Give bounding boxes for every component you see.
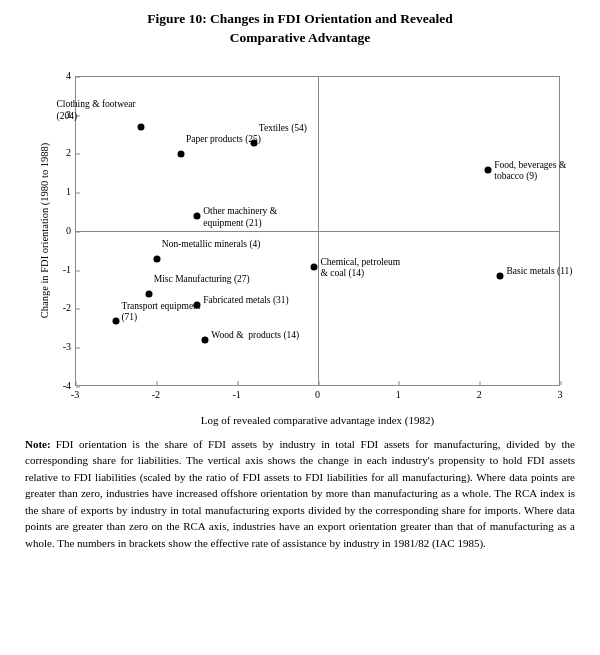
data-point xyxy=(145,290,152,297)
point-label: Non-metallic minerals (4) xyxy=(162,239,261,250)
y-tick-label: 4 xyxy=(53,70,71,81)
note-label: Note: xyxy=(25,436,51,453)
data-point xyxy=(202,337,209,344)
note-text: FDI orientation is the share of FDI asse… xyxy=(25,438,575,549)
y-axis-line xyxy=(318,77,319,385)
data-point xyxy=(194,213,201,220)
data-point xyxy=(113,317,120,324)
point-label: Chemical, petroleum & coal (14) xyxy=(320,257,400,280)
y-tick-label: 2 xyxy=(53,147,71,158)
data-point xyxy=(485,166,492,173)
point-label: Other machinery & equipment (21) xyxy=(203,206,277,229)
x-tick-label: -2 xyxy=(148,389,164,400)
y-tick-label: 3 xyxy=(53,109,71,120)
data-point xyxy=(153,255,160,262)
chart-area: Change in FDI orientation (1980 to 1988)… xyxy=(20,56,580,426)
y-tick-label: -3 xyxy=(53,341,71,352)
point-label: Transport equipment (71) xyxy=(121,301,200,324)
y-tick-label: -1 xyxy=(53,264,71,275)
data-point xyxy=(311,263,318,270)
note-section: Note: FDI orientation is the share of FD… xyxy=(20,436,580,552)
point-label: Wood & products (14) xyxy=(211,330,299,341)
point-label: Fabricated metals (31) xyxy=(203,295,288,306)
point-label: Basic metals (11) xyxy=(506,266,572,277)
chart-inner: Clothing & footwear (204)Textiles (54)Pa… xyxy=(75,76,560,386)
y-tick-label: 0 xyxy=(53,225,71,236)
data-point xyxy=(497,273,504,280)
data-point xyxy=(137,124,144,131)
x-tick-label: -1 xyxy=(229,389,245,400)
y-tick-label: -2 xyxy=(53,302,71,313)
x-tick-label: -3 xyxy=(67,389,83,400)
x-tick-label: 1 xyxy=(390,389,406,400)
x-axis-label: Log of revealed comparative advantage in… xyxy=(75,414,560,426)
x-tick-label: 2 xyxy=(471,389,487,400)
point-label: Paper products (25) xyxy=(186,134,261,145)
figure-title: Figure 10: Changes in FDI Orientation an… xyxy=(20,10,580,48)
x-tick-label: 3 xyxy=(552,389,568,400)
y-tick-label: 1 xyxy=(53,186,71,197)
x-tick-label: 0 xyxy=(310,389,326,400)
point-label: Misc Manufacturing (27) xyxy=(154,274,250,285)
data-point xyxy=(178,151,185,158)
point-label: Food, beverages & tobacco (9) xyxy=(494,160,566,183)
point-label: Textiles (54) xyxy=(259,123,307,134)
